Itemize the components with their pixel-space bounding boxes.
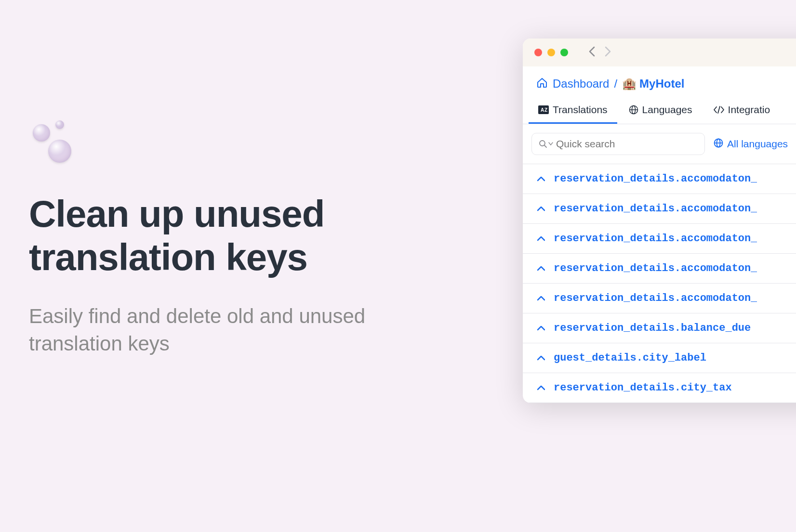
- tab-translations-label: Translations: [553, 104, 608, 116]
- key-name: reservation_details.accomodaton_: [554, 262, 757, 274]
- svg-text:Z: Z: [544, 107, 547, 113]
- key-row[interactable]: reservation_details.accomodaton_: [523, 254, 796, 284]
- close-button[interactable]: [534, 49, 542, 56]
- tab-languages[interactable]: Languages: [619, 97, 702, 124]
- app-window: Dashboard / 🏨 MyHotel AZ Translations La…: [523, 39, 796, 403]
- project-emoji: 🏨: [622, 77, 637, 91]
- key-name: reservation_details.accomodaton_: [554, 292, 757, 304]
- hero-subheadline: Easily find and delete old and unused tr…: [29, 303, 463, 357]
- chevron-up-icon: [537, 263, 545, 273]
- globe-icon: [629, 105, 638, 115]
- chevron-up-icon: [537, 293, 545, 303]
- chevron-up-icon: [537, 383, 545, 393]
- hero-headline: Clean up unused translation keys: [29, 193, 463, 279]
- chevron-up-icon: [537, 353, 545, 363]
- all-languages-label: All languages: [727, 138, 788, 150]
- all-languages-filter[interactable]: All languages: [714, 138, 788, 150]
- key-row[interactable]: reservation_details.city_tax: [523, 373, 796, 403]
- key-row[interactable]: reservation_details.accomodaton_: [523, 224, 796, 254]
- search-input[interactable]: [556, 138, 698, 150]
- key-row[interactable]: reservation_details.accomodaton_: [523, 284, 796, 313]
- key-name: reservation_details.accomodaton_: [554, 203, 757, 215]
- key-name: guest_details.city_label: [554, 352, 706, 364]
- code-icon: [714, 106, 724, 114]
- svg-line-8: [544, 145, 546, 147]
- chevron-up-icon: [537, 174, 545, 184]
- bubbles-decoration: [29, 120, 82, 169]
- breadcrumb-separator: /: [614, 77, 617, 91]
- window-titlebar: [523, 39, 796, 66]
- traffic-lights: [534, 49, 568, 56]
- tab-integrations-label: Integratio: [728, 104, 770, 116]
- tab-translations[interactable]: AZ Translations: [529, 97, 617, 124]
- breadcrumb: Dashboard / 🏨 MyHotel: [523, 66, 796, 97]
- chevron-up-icon: [537, 234, 545, 244]
- svg-text:A: A: [541, 107, 544, 113]
- home-icon[interactable]: [536, 77, 548, 91]
- chevron-up-icon: [537, 323, 545, 333]
- key-row[interactable]: guest_details.city_label: [523, 343, 796, 373]
- key-row[interactable]: reservation_details.balance_due: [523, 313, 796, 343]
- key-row[interactable]: reservation_details.accomodaton_: [523, 164, 796, 194]
- tab-integrations[interactable]: Integratio: [704, 97, 780, 124]
- search-icon: [539, 140, 553, 148]
- minimize-button[interactable]: [547, 49, 555, 56]
- translation-key-list: reservation_details.accomodaton_ reserva…: [523, 164, 796, 403]
- svg-line-6: [718, 106, 720, 113]
- project-name: MyHotel: [639, 77, 684, 91]
- back-button[interactable]: [588, 45, 595, 60]
- key-name: reservation_details.accomodaton_: [554, 233, 757, 245]
- key-row[interactable]: reservation_details.accomodaton_: [523, 194, 796, 224]
- maximize-button[interactable]: [560, 49, 568, 56]
- breadcrumb-project[interactable]: 🏨 MyHotel: [622, 77, 684, 91]
- tabs: AZ Translations Languages Integratio: [523, 97, 796, 124]
- forward-button[interactable]: [605, 45, 611, 60]
- key-name: reservation_details.accomodaton_: [554, 173, 757, 185]
- search-box[interactable]: [531, 133, 705, 155]
- globe-icon: [714, 138, 723, 150]
- svg-point-7: [540, 141, 545, 146]
- chevron-up-icon: [537, 204, 545, 214]
- breadcrumb-dashboard[interactable]: Dashboard: [553, 77, 609, 91]
- tab-languages-label: Languages: [642, 104, 692, 116]
- key-name: reservation_details.city_tax: [554, 382, 732, 394]
- key-name: reservation_details.balance_due: [554, 322, 751, 334]
- translations-icon: AZ: [538, 105, 549, 114]
